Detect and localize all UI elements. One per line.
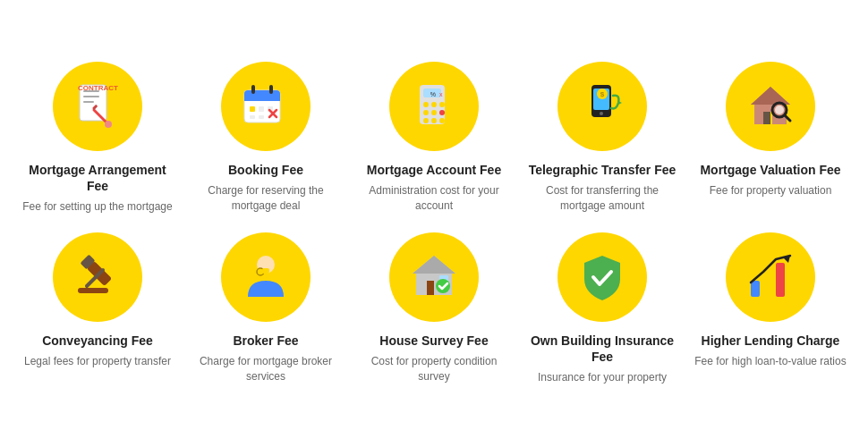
svg-rect-14: [259, 106, 264, 112]
svg-rect-3: [83, 101, 94, 103]
house-survey-title: House Survey Fee: [379, 333, 488, 349]
svg-marker-37: [751, 87, 790, 105]
svg-point-24: [439, 102, 445, 107]
mortgage-valuation-icon: [726, 62, 815, 151]
card-broker: Broker Fee Charge for mortgage broker se…: [186, 232, 345, 385]
house-survey-icon: [389, 232, 479, 322]
mortgage-arrangement-icon: CONTRACT: [53, 62, 142, 151]
svg-point-53: [436, 279, 450, 293]
svg-point-25: [423, 110, 429, 115]
broker-desc: Charge for mortgage broker services: [186, 354, 345, 384]
svg-rect-56: [776, 263, 785, 297]
higher-lending-title: Higher Lending Charge: [702, 333, 840, 349]
card-grid: CONTRACT Mortgage Arrangement Fee Fee fo…: [0, 35, 868, 412]
svg-rect-13: [250, 106, 255, 112]
svg-rect-54: [751, 281, 760, 297]
svg-point-30: [439, 118, 445, 123]
own-building-insurance-icon: [557, 232, 647, 322]
mortgage-account-icon: % x: [389, 62, 479, 151]
mortgage-arrangement-title: Mortgage Arrangement Fee: [18, 162, 177, 194]
card-conveyancing: Conveyancing Fee Legal fees for property…: [18, 232, 177, 385]
mortgage-valuation-desc: Fee for property valuation: [710, 183, 832, 198]
svg-point-33: [600, 112, 603, 115]
svg-rect-17: [259, 115, 264, 119]
svg-point-6: [105, 121, 112, 128]
card-own-building-insurance: Own Building Insurance Fee Insurance for…: [523, 232, 682, 385]
svg-rect-48: [262, 268, 269, 274]
svg-rect-10: [244, 96, 280, 101]
mortgage-account-title: Mortgage Account Fee: [367, 162, 501, 178]
svg-point-27: [439, 110, 445, 115]
own-building-insurance-title: Own Building Insurance Fee: [523, 333, 682, 365]
svg-rect-11: [251, 85, 255, 94]
conveyancing-icon: [53, 232, 142, 322]
svg-point-40: [775, 105, 784, 114]
telegraphic-transfer-desc: Cost for transferring the mortgage amoun…: [523, 183, 682, 214]
mortgage-valuation-title: Mortgage Valuation Fee: [700, 162, 840, 178]
booking-fee-title: Booking Fee: [228, 162, 303, 178]
card-mortgage-arrangement: CONTRACT Mortgage Arrangement Fee Fee fo…: [18, 62, 177, 215]
card-higher-lending: Higher Lending Charge Fee for high loan-…: [691, 232, 850, 385]
svg-text:$: $: [600, 90, 605, 98]
svg-point-23: [431, 102, 437, 107]
booking-fee-desc: Charge for reserving the mortgage deal: [186, 183, 345, 214]
svg-rect-51: [427, 281, 434, 295]
svg-rect-16: [250, 115, 255, 119]
conveyancing-title: Conveyancing Fee: [42, 333, 153, 349]
svg-point-29: [431, 118, 437, 123]
conveyancing-desc: Legal fees for property transfer: [24, 354, 171, 369]
svg-rect-42: [78, 288, 108, 293]
telegraphic-transfer-title: Telegraphic Transfer Fee: [529, 162, 677, 178]
svg-text:%: %: [430, 91, 436, 97]
higher-lending-desc: Fee for high loan-to-value ratios: [694, 354, 846, 369]
house-survey-desc: Cost for property condition survey: [354, 354, 514, 384]
svg-text:x: x: [439, 91, 443, 97]
broker-icon: [221, 232, 311, 322]
svg-rect-12: [269, 85, 273, 94]
svg-point-26: [431, 110, 437, 115]
card-mortgage-valuation: Mortgage Valuation Fee Fee for property …: [691, 62, 850, 215]
svg-point-22: [423, 102, 429, 107]
svg-rect-2: [83, 96, 99, 97]
card-house-survey: House Survey Fee Cost for property condi…: [354, 232, 514, 385]
own-building-insurance-desc: Insurance for your property: [538, 370, 667, 385]
svg-point-28: [423, 118, 429, 123]
mortgage-account-desc: Administration cost for your account: [354, 183, 514, 214]
booking-fee-icon: [221, 62, 311, 151]
svg-rect-55: [763, 274, 772, 297]
svg-rect-38: [763, 112, 770, 124]
svg-text:CONTRACT: CONTRACT: [78, 84, 118, 92]
card-booking-fee: Booking Fee Charge for reserving the mor…: [186, 62, 345, 215]
card-telegraphic-transfer: $ Telegraphic Transfer Fee Cost for tran…: [523, 62, 682, 215]
broker-title: Broker Fee: [233, 333, 298, 349]
card-mortgage-account: % x Mortgage Account Fee Administration …: [354, 62, 514, 215]
telegraphic-transfer-icon: $: [557, 62, 647, 151]
mortgage-arrangement-desc: Fee for setting up the mortgage: [22, 199, 172, 215]
higher-lending-icon: [726, 232, 815, 322]
svg-marker-50: [413, 256, 455, 274]
